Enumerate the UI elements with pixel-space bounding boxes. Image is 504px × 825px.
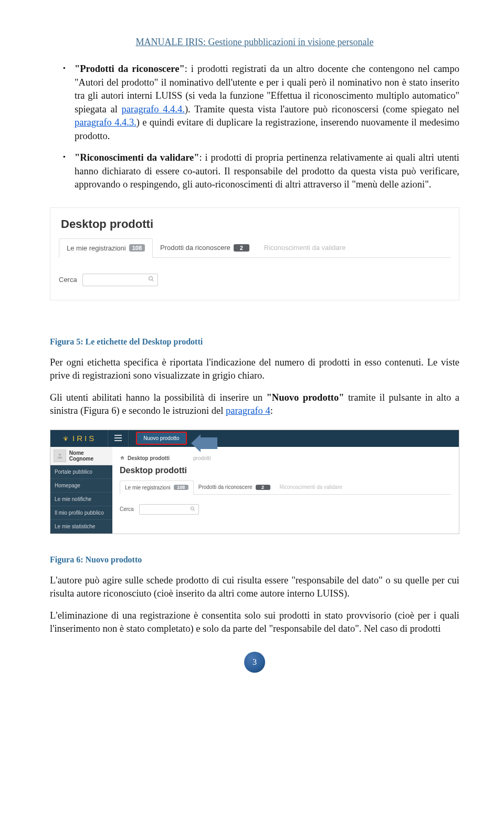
callout-arrow	[191, 432, 223, 455]
tab-label: Prodotti da riconoscere	[198, 484, 253, 490]
text: Gli utenti abilitati hanno la possibilit…	[50, 392, 267, 403]
search-input[interactable]	[139, 504, 199, 515]
panel-title: Desktop prodotti	[120, 466, 452, 475]
tab-riconoscimenti-da-validare[interactable]: Riconoscimenti da validare	[257, 238, 353, 257]
link-paragrafo-444[interactable]: paragrafo 4.4.4.	[122, 104, 185, 114]
bullet-lead: "Riconoscimenti da validare"	[75, 152, 200, 163]
top-navbar: IRIS Nuovo prodotto	[50, 430, 459, 447]
nuovo-prodotto-button[interactable]: Nuovo prodotto	[136, 432, 186, 445]
tab-label: Le mie registrazioni	[67, 244, 126, 252]
badge-count: 108	[129, 244, 145, 252]
screenshot-desktop-prodotti: Desktop prodotti Le mie registrazioni 10…	[50, 207, 459, 300]
text: :	[270, 405, 273, 416]
sidebar-user[interactable]: Nome Cognome	[50, 447, 112, 465]
hamburger-icon	[114, 435, 122, 442]
figure-caption-5: Figura 5: Le etichette del Desktop prodo…	[50, 337, 459, 347]
sidebar-item-homepage[interactable]: Homepage	[50, 479, 112, 493]
search-input[interactable]	[82, 274, 158, 286]
sidebar: Nome Cognome Portale pubblico Homepage L…	[50, 447, 112, 534]
search-label: Cerca	[59, 276, 77, 284]
link-paragrafo-4[interactable]: paragrafo 4	[226, 405, 270, 416]
search-icon	[148, 276, 154, 284]
sidebar-item-notifiche[interactable]: Le mie notifiche	[50, 493, 112, 506]
body-paragraph: Gli utenti abilitati hanno la possibilit…	[50, 391, 459, 418]
avatar-icon	[54, 450, 66, 462]
tab-prodotti-da-riconoscere[interactable]: Prodotti da riconoscere 2	[194, 481, 275, 494]
bullet-prodotti-riconoscere: "Prodotti da riconoscere": i prodotti re…	[63, 62, 459, 143]
svg-point-2	[65, 438, 67, 441]
sidebar-item-portale[interactable]: Portale pubblico	[50, 465, 112, 479]
panel-title: Desktop prodotti	[61, 217, 448, 231]
tab-bar: Le mie registrazioni 108 Prodotti da ric…	[59, 238, 450, 258]
running-header: MANUALE IRIS: Gestione pubblicazioni in …	[50, 37, 459, 48]
svg-line-1	[152, 280, 153, 281]
tab-prodotti-da-riconoscere[interactable]: Prodotti da riconoscere 2	[153, 238, 257, 257]
home-icon	[120, 455, 125, 462]
link-paragrafo-443[interactable]: paragrafo 4.4.3.	[75, 117, 136, 128]
breadcrumb: Desktop prodotti prodotti	[120, 455, 452, 462]
tab-le-mie-registrazioni[interactable]: Le mie registrazioni 108	[120, 481, 194, 495]
tab-label: Riconoscimenti da validare	[280, 484, 343, 490]
body-paragraph: L'eliminazione di una registrazione è co…	[50, 609, 459, 636]
bullet-lead: "Prodotti da riconoscere"	[75, 64, 185, 74]
search-label: Cerca	[120, 506, 134, 512]
tab-bar: Le mie registrazioni 108 Prodotti da ric…	[120, 481, 452, 495]
bullet-text: ). Tramite questa vista l'autore può ric…	[185, 104, 459, 114]
tab-label: Riconoscimenti da validare	[264, 244, 345, 252]
crumb-item[interactable]: Desktop prodotti	[128, 455, 170, 461]
logo-text: IRIS	[72, 434, 96, 443]
tab-le-mie-registrazioni[interactable]: Le mie registrazioni 108	[59, 238, 153, 258]
svg-point-3	[59, 453, 61, 456]
badge-count: 108	[174, 485, 188, 490]
hamburger-button[interactable]	[108, 430, 129, 447]
tab-label: Le mie registrazioni	[125, 485, 171, 490]
body-paragraph: L'autore può agire sulle schede prodotto…	[50, 574, 459, 601]
figure-caption-6: Figura 6: Nuovo prodotto	[50, 555, 459, 565]
text-bold: "Nuovo prodotto"	[267, 392, 344, 403]
page-number: 3	[244, 652, 265, 673]
screenshot-nuovo-prodotto: IRIS Nuovo prodotto Nome Cognome Portale…	[50, 430, 459, 534]
bullet-riconoscimenti-validare: "Riconoscimenti da validare": i prodotti…	[63, 151, 459, 192]
search-icon	[190, 506, 195, 513]
user-name: Nome Cognome	[69, 450, 109, 462]
tab-riconoscimenti-da-validare[interactable]: Riconoscimenti da validare	[275, 481, 348, 494]
badge-count: 2	[234, 244, 249, 252]
svg-line-5	[193, 509, 195, 511]
badge-count: 2	[256, 485, 270, 490]
tab-label: Prodotti da riconoscere	[160, 244, 230, 252]
iris-logo: IRIS	[50, 434, 108, 443]
sidebar-item-statistiche[interactable]: Le mie statistiche	[50, 520, 112, 534]
main-panel: Desktop prodotti prodotti Desktop prodot…	[112, 447, 459, 534]
svg-point-0	[149, 277, 152, 280]
body-paragraph: Per ogni etichetta specifica è riportata…	[50, 356, 459, 383]
crumb-item: prodotti	[193, 455, 211, 461]
svg-point-4	[191, 507, 194, 510]
sidebar-item-profilo[interactable]: Il mio profilo pubblico	[50, 506, 112, 520]
